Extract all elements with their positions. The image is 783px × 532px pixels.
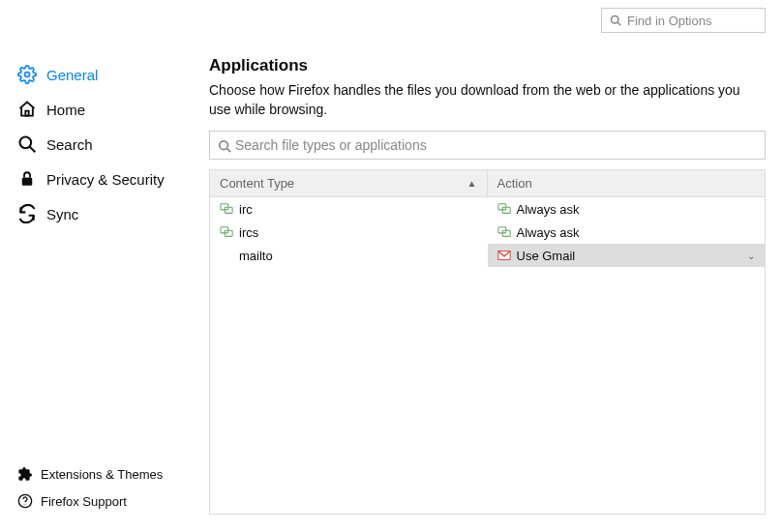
table-row[interactable]: mailto Use Gmail ⌄ <box>210 244 765 267</box>
sort-asc-icon: ▲ <box>467 178 477 189</box>
gmail-icon <box>497 249 511 262</box>
svg-point-0 <box>612 16 619 24</box>
table-header: Content Type ▲ Action <box>210 170 765 197</box>
table-row[interactable]: ircs Always ask <box>210 221 765 244</box>
content-type-label: mailto <box>239 249 273 263</box>
sidebar-item-label: Search <box>46 136 93 153</box>
action-dropdown[interactable]: Use Gmail ⌄ <box>488 244 766 267</box>
search-icon <box>610 15 621 26</box>
chat-icon <box>220 202 233 216</box>
sidebar-item-label: General <box>46 67 98 83</box>
sync-icon <box>17 204 37 223</box>
sidebar-item-home[interactable]: Home <box>12 92 194 127</box>
sidebar-item-label: Home <box>46 102 85 118</box>
action-label: Always ask <box>517 202 580 217</box>
svg-rect-6 <box>22 178 33 186</box>
column-label: Action <box>497 176 532 191</box>
sidebar-footer-extensions[interactable]: Extensions & Themes <box>12 460 194 488</box>
search-icon <box>17 134 37 154</box>
chevron-down-icon: ⌄ <box>747 251 755 261</box>
find-placeholder: Find in Options <box>627 14 711 28</box>
sidebar-item-label: Privacy & Security <box>46 171 165 188</box>
content: Applications Choose how Firefox handles … <box>194 33 783 532</box>
svg-line-1 <box>617 22 620 25</box>
svg-point-8 <box>24 504 25 505</box>
sidebar-item-general[interactable]: General <box>12 57 194 92</box>
puzzle-icon <box>17 466 33 482</box>
sidebar-item-privacy[interactable]: Privacy & Security <box>12 162 194 196</box>
column-label: Content Type <box>220 176 294 191</box>
content-type-label: irc <box>239 202 253 217</box>
sidebar-item-sync[interactable]: Sync <box>12 196 194 231</box>
svg-point-9 <box>220 141 228 150</box>
applications-table: Content Type ▲ Action irc <box>209 169 766 515</box>
lock-icon <box>17 169 37 189</box>
sidebar-footer-label: Firefox Support <box>41 494 127 509</box>
chat-icon <box>497 202 511 216</box>
home-icon <box>17 100 37 119</box>
content-type-label: ircs <box>239 225 258 240</box>
sidebar: General Home Search <box>0 33 194 532</box>
table-row[interactable]: irc Always ask <box>210 197 765 221</box>
sidebar-item-label: Sync <box>46 206 78 222</box>
applications-search-input[interactable]: Search file types or applications <box>209 131 766 160</box>
sidebar-footer-support[interactable]: Firefox Support <box>12 488 194 515</box>
sidebar-footer-label: Extensions & Themes <box>41 467 163 482</box>
svg-point-4 <box>20 137 32 149</box>
column-content-type[interactable]: Content Type ▲ <box>210 170 488 196</box>
action-label: Use Gmail <box>517 249 576 263</box>
applications-title: Applications <box>209 56 766 75</box>
sidebar-item-search[interactable]: Search <box>12 127 194 162</box>
column-action[interactable]: Action <box>488 170 766 196</box>
applications-description: Choose how Firefox handles the files you… <box>209 81 766 119</box>
chat-icon <box>220 225 233 239</box>
gear-icon <box>17 65 37 84</box>
chat-icon <box>497 225 511 239</box>
svg-point-2 <box>25 73 30 77</box>
help-icon <box>17 493 33 509</box>
find-in-options-input[interactable]: Find in Options <box>601 8 766 33</box>
svg-rect-3 <box>25 111 28 116</box>
applications-search-placeholder: Search file types or applications <box>235 137 427 153</box>
blank-icon <box>220 249 233 262</box>
action-label: Always ask <box>517 225 580 240</box>
svg-line-5 <box>30 147 36 153</box>
search-icon <box>218 139 229 151</box>
table-body: irc Always ask <box>210 197 765 514</box>
svg-line-10 <box>227 149 231 153</box>
